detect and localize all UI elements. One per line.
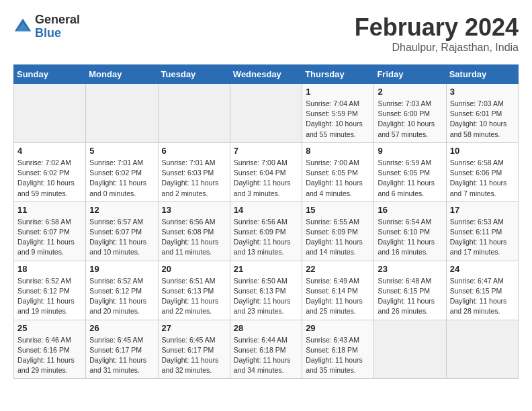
day-number: 12 [89,205,154,215]
day-number: 24 [450,264,515,274]
day-info: Sunrise: 7:01 AMSunset: 6:02 PMDaylight:… [89,158,154,199]
calendar-cell [14,84,86,143]
header-saturday: Saturday [446,65,518,84]
day-info: Sunrise: 6:49 AMSunset: 6:14 PMDaylight:… [306,276,370,317]
logo: General Blue [13,13,80,40]
calendar-cell: 24Sunrise: 6:47 AMSunset: 6:15 PMDayligh… [446,261,518,320]
day-info: Sunrise: 6:45 AMSunset: 6:17 PMDaylight:… [89,335,154,376]
day-info: Sunrise: 6:51 AMSunset: 6:13 PMDaylight:… [162,276,226,317]
calendar-cell: 12Sunrise: 6:57 AMSunset: 6:07 PMDayligh… [86,201,158,261]
day-number: 26 [89,323,154,333]
calendar-cell: 23Sunrise: 6:48 AMSunset: 6:15 PMDayligh… [374,261,446,320]
calendar-cell: 19Sunrise: 6:52 AMSunset: 6:12 PMDayligh… [86,261,158,320]
header-sunday: Sunday [14,65,86,84]
calendar-header: Sunday Monday Tuesday Wednesday Thursday… [14,65,519,84]
calendar-table: Sunday Monday Tuesday Wednesday Thursday… [13,64,519,379]
day-info: Sunrise: 6:55 AMSunset: 6:09 PMDaylight:… [306,217,370,258]
calendar-cell: 15Sunrise: 6:55 AMSunset: 6:09 PMDayligh… [302,201,374,261]
day-number: 11 [17,205,82,215]
day-number: 17 [450,205,515,215]
day-number: 29 [306,323,370,333]
calendar-cell: 8Sunrise: 7:00 AMSunset: 6:05 PMDaylight… [302,142,374,201]
day-info: Sunrise: 6:46 AMSunset: 6:16 PMDaylight:… [17,335,82,376]
calendar-week-row: 25Sunrise: 6:46 AMSunset: 6:16 PMDayligh… [14,320,519,379]
calendar-week-row: 18Sunrise: 6:52 AMSunset: 6:12 PMDayligh… [14,261,519,320]
day-number: 19 [89,264,154,274]
day-info: Sunrise: 6:50 AMSunset: 6:13 PMDaylight:… [234,276,298,317]
calendar-cell: 13Sunrise: 6:56 AMSunset: 6:08 PMDayligh… [158,201,230,261]
calendar-cell: 6Sunrise: 7:01 AMSunset: 6:03 PMDaylight… [158,142,230,201]
day-number: 15 [306,205,370,215]
calendar-cell: 14Sunrise: 6:56 AMSunset: 6:09 PMDayligh… [230,201,302,261]
calendar-cell: 1Sunrise: 7:04 AMSunset: 5:59 PMDaylight… [302,84,374,143]
day-number: 10 [450,146,515,156]
day-number: 25 [17,323,82,333]
calendar-cell: 3Sunrise: 7:03 AMSunset: 6:01 PMDaylight… [446,84,518,143]
day-number: 9 [378,146,442,156]
day-number: 21 [234,264,298,274]
day-info: Sunrise: 6:57 AMSunset: 6:07 PMDaylight:… [89,217,154,258]
day-number: 7 [234,146,298,156]
day-number: 5 [89,146,154,156]
day-info: Sunrise: 6:48 AMSunset: 6:15 PMDaylight:… [378,276,442,317]
day-info: Sunrise: 7:04 AMSunset: 5:59 PMDaylight:… [306,99,370,140]
day-info: Sunrise: 6:43 AMSunset: 6:18 PMDaylight:… [306,335,370,376]
day-number: 22 [306,264,370,274]
day-info: Sunrise: 7:03 AMSunset: 6:01 PMDaylight:… [450,99,515,140]
calendar-cell: 9Sunrise: 6:59 AMSunset: 6:05 PMDaylight… [374,142,446,201]
header-friday: Friday [374,65,446,84]
title-block: February 2024 Dhaulpur, Rajasthan, India [355,13,519,54]
calendar-cell: 22Sunrise: 6:49 AMSunset: 6:14 PMDayligh… [302,261,374,320]
calendar-cell [446,320,518,379]
day-info: Sunrise: 6:44 AMSunset: 6:18 PMDaylight:… [234,335,298,376]
calendar-cell: 21Sunrise: 6:50 AMSunset: 6:13 PMDayligh… [230,261,302,320]
day-info: Sunrise: 6:59 AMSunset: 6:05 PMDaylight:… [378,158,442,199]
header-thursday: Thursday [302,65,374,84]
calendar-cell: 20Sunrise: 6:51 AMSunset: 6:13 PMDayligh… [158,261,230,320]
calendar-cell: 28Sunrise: 6:44 AMSunset: 6:18 PMDayligh… [230,320,302,379]
day-number: 20 [162,264,226,274]
calendar-body: 1Sunrise: 7:04 AMSunset: 5:59 PMDaylight… [14,84,519,379]
calendar-week-row: 11Sunrise: 6:58 AMSunset: 6:07 PMDayligh… [14,201,519,261]
day-info: Sunrise: 7:02 AMSunset: 6:02 PMDaylight:… [17,158,82,199]
day-number: 3 [450,87,515,97]
day-number: 1 [306,87,370,97]
day-number: 13 [162,205,226,215]
page-header: General Blue February 2024 Dhaulpur, Raj… [13,13,519,54]
calendar-cell: 17Sunrise: 6:53 AMSunset: 6:11 PMDayligh… [446,201,518,261]
day-info: Sunrise: 6:54 AMSunset: 6:10 PMDaylight:… [378,217,442,258]
day-info: Sunrise: 6:58 AMSunset: 6:07 PMDaylight:… [17,217,82,258]
calendar-cell [158,84,230,143]
header-monday: Monday [86,65,158,84]
day-number: 4 [17,146,82,156]
calendar-cell: 18Sunrise: 6:52 AMSunset: 6:12 PMDayligh… [14,261,86,320]
calendar-cell: 2Sunrise: 7:03 AMSunset: 6:00 PMDaylight… [374,84,446,143]
calendar-cell: 10Sunrise: 6:58 AMSunset: 6:06 PMDayligh… [446,142,518,201]
logo-icon [13,17,32,36]
day-number: 18 [17,264,82,274]
day-info: Sunrise: 6:47 AMSunset: 6:15 PMDaylight:… [450,276,515,317]
logo-blue-text: Blue [35,27,80,40]
day-number: 23 [378,264,442,274]
header-tuesday: Tuesday [158,65,230,84]
day-number: 2 [378,87,442,97]
day-number: 28 [234,323,298,333]
location-subtitle: Dhaulpur, Rajasthan, India [355,42,519,54]
calendar-cell: 11Sunrise: 6:58 AMSunset: 6:07 PMDayligh… [14,201,86,261]
day-info: Sunrise: 6:56 AMSunset: 6:08 PMDaylight:… [162,217,226,258]
day-number: 27 [162,323,226,333]
calendar-cell: 26Sunrise: 6:45 AMSunset: 6:17 PMDayligh… [86,320,158,379]
day-info: Sunrise: 6:52 AMSunset: 6:12 PMDaylight:… [89,276,154,317]
calendar-cell [230,84,302,143]
calendar-cell: 29Sunrise: 6:43 AMSunset: 6:18 PMDayligh… [302,320,374,379]
day-number: 6 [162,146,226,156]
day-info: Sunrise: 6:45 AMSunset: 6:17 PMDaylight:… [162,335,226,376]
day-info: Sunrise: 7:00 AMSunset: 6:04 PMDaylight:… [234,158,298,199]
calendar-cell: 27Sunrise: 6:45 AMSunset: 6:17 PMDayligh… [158,320,230,379]
logo-text: General Blue [35,13,80,40]
day-info: Sunrise: 6:52 AMSunset: 6:12 PMDaylight:… [17,276,82,317]
month-title: February 2024 [355,13,519,42]
weekday-header-row: Sunday Monday Tuesday Wednesday Thursday… [14,65,519,84]
calendar-cell: 4Sunrise: 7:02 AMSunset: 6:02 PMDaylight… [14,142,86,201]
day-number: 8 [306,146,370,156]
